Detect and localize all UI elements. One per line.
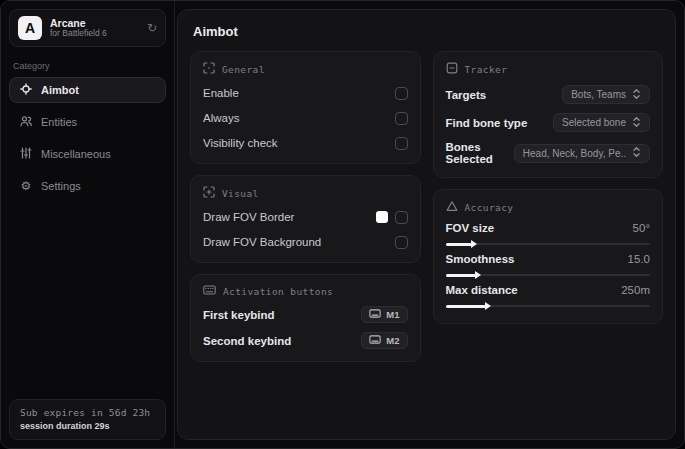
setting-label: Bones Selected (446, 141, 514, 165)
setting-label: Second keybind (203, 335, 291, 347)
right-column: Tracker Targets Bots, Teams Find bone ty… (433, 51, 664, 324)
activation-card-header: Activation buttons (203, 285, 408, 297)
refresh-icon[interactable]: ↻ (147, 22, 157, 34)
scan-icon (203, 62, 215, 76)
slider-thumb[interactable] (471, 240, 477, 248)
targets-dropdown[interactable]: Bots, Teams (562, 85, 650, 104)
app-subtitle: for Battlefield 6 (50, 29, 139, 39)
slider-fill (446, 305, 487, 308)
keybind-value: M1 (386, 309, 399, 320)
unfold-icon (632, 88, 641, 102)
always-checkbox[interactable] (395, 112, 408, 125)
app-logo: A (18, 16, 42, 40)
setting-row: Bones Selected Head, Neck, Body, Pe.. (446, 141, 651, 165)
sidebar: A Arcane for Battlefield 6 ↻ Category Ai… (1, 1, 175, 448)
unfold-icon (632, 116, 641, 130)
main-wrap: Aimbot General Enable (175, 1, 684, 448)
sidebar-item-settings[interactable]: ⚙ Settings (9, 173, 166, 199)
max-distance-slider[interactable] (446, 305, 651, 307)
smoothness-slider[interactable] (446, 274, 651, 276)
setting-label: Visibility check (203, 137, 278, 149)
sidebar-spacer (9, 205, 166, 399)
slider-thumb[interactable] (475, 271, 481, 279)
find-bone-type-dropdown[interactable]: Selected bone (553, 113, 650, 132)
row-controls (376, 211, 408, 224)
slider-head: Max distance 250m (446, 284, 651, 296)
slider-value: 50° (633, 222, 650, 234)
setting-label: Always (203, 112, 239, 124)
page-title: Aimbot (193, 24, 663, 39)
sidebar-item-entities[interactable]: Entities (9, 109, 166, 135)
dropdown-value: Selected bone (562, 117, 626, 128)
crosshair-icon (20, 83, 32, 97)
sidebar-item-miscellaneous[interactable]: Miscellaneous (9, 141, 166, 167)
slider-fill (446, 243, 473, 246)
card-title: Visual (222, 188, 259, 199)
setting-label: Draw FOV Background (203, 236, 321, 248)
smoothness-slider-group: Smoothness 15.0 (446, 253, 651, 276)
setting-row: Targets Bots, Teams (446, 85, 651, 104)
target-box-icon (446, 62, 458, 76)
sidebar-item-label: Settings (41, 180, 81, 192)
card-title: Tracker (465, 64, 508, 75)
gear-icon: ⚙ (20, 180, 32, 192)
max-distance-slider-group: Max distance 250m (446, 284, 651, 307)
slider-fill (446, 274, 477, 277)
setting-label: Enable (203, 87, 239, 99)
fov-border-color-swatch[interactable] (376, 211, 388, 223)
setting-label: Find bone type (446, 117, 528, 129)
sidebar-item-label: Entities (41, 116, 77, 128)
accuracy-card-header: Accuracy (446, 200, 651, 214)
setting-row: Find bone type Selected bone (446, 113, 651, 132)
users-icon (20, 115, 32, 129)
slider-head: Smoothness 15.0 (446, 253, 651, 265)
first-keybind-button[interactable]: M1 (361, 306, 407, 323)
setting-row: Visibility check (203, 135, 408, 151)
app-window: A Arcane for Battlefield 6 ↻ Category Ai… (0, 0, 685, 449)
bones-selected-dropdown[interactable]: Head, Neck, Body, Pe.. (514, 144, 650, 163)
setting-row: First keybind M1 (203, 306, 408, 323)
fov-size-slider-group: FOV size 50° (446, 222, 651, 245)
session-duration-text: session duration 29s (20, 421, 155, 431)
slider-value: 15.0 (628, 253, 650, 265)
sidebar-item-label: Miscellaneous (41, 148, 111, 160)
general-card-header: General (203, 62, 408, 76)
card-title: Accuracy (465, 202, 514, 213)
setting-label: Targets (446, 89, 487, 101)
sliders-icon (20, 147, 32, 161)
slider-label: Max distance (446, 284, 518, 296)
draw-fov-background-checkbox[interactable] (395, 236, 408, 249)
accuracy-card: Accuracy FOV size 50° (433, 189, 664, 324)
keyboard-icon (369, 335, 381, 346)
slider-label: FOV size (446, 222, 495, 234)
sidebar-item-aimbot[interactable]: Aimbot (9, 77, 166, 103)
tracker-card: Tracker Targets Bots, Teams Find bone ty… (433, 51, 664, 178)
fov-size-slider[interactable] (446, 243, 651, 245)
tracker-card-header: Tracker (446, 62, 651, 76)
slider-thumb[interactable] (485, 302, 491, 310)
setting-label: Draw FOV Border (203, 211, 294, 223)
setting-row: Draw FOV Background (203, 234, 408, 250)
second-keybind-button[interactable]: M2 (361, 332, 407, 349)
visual-card-header: Visual (203, 186, 408, 200)
enable-checkbox[interactable] (395, 87, 408, 100)
setting-label: First keybind (203, 309, 275, 321)
draw-fov-border-checkbox[interactable] (395, 211, 408, 224)
profile-card: A Arcane for Battlefield 6 ↻ (9, 9, 166, 47)
general-card: General Enable Always Visibility check (190, 51, 421, 164)
sidebar-item-label: Aimbot (41, 84, 79, 96)
setting-row: Draw FOV Border (203, 209, 408, 225)
triangle-icon (446, 200, 458, 214)
visibility-check-checkbox[interactable] (395, 137, 408, 150)
visual-card: Visual Draw FOV Border Draw FOV Backgrou… (190, 175, 421, 263)
slider-value: 250m (621, 284, 650, 296)
profile-text: Arcane for Battlefield 6 (50, 17, 139, 39)
content-columns: General Enable Always Visibility check (190, 51, 663, 362)
keybind-value: M2 (386, 335, 399, 346)
card-title: General (222, 64, 265, 75)
unfold-icon (632, 146, 641, 160)
left-column: General Enable Always Visibility check (190, 51, 421, 362)
setting-row: Second keybind M2 (203, 332, 408, 349)
card-title: Activation buttons (223, 286, 333, 297)
dropdown-value: Bots, Teams (571, 89, 626, 100)
